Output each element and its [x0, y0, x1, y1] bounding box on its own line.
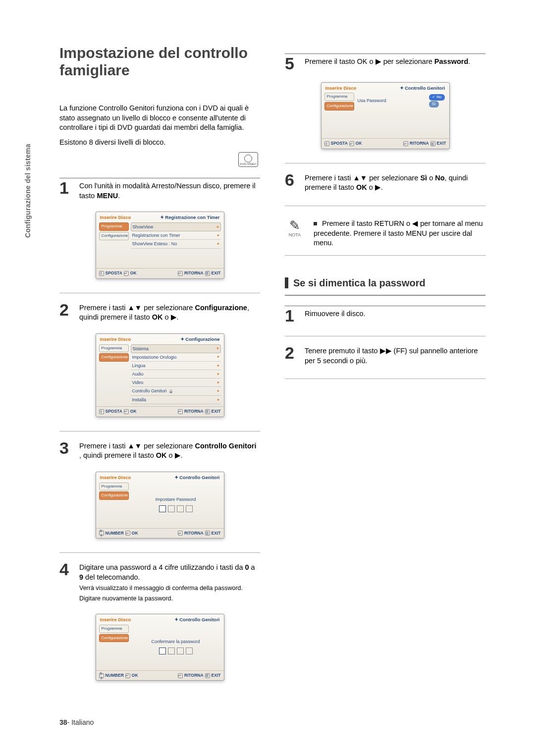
divider [59, 293, 260, 293]
page-title: Impostazione del controllo famigliare [59, 45, 260, 79]
divider [285, 206, 485, 206]
step-text: Premere i tasti ▲▼ per selezionare Contr… [79, 440, 260, 461]
step-text: Rimuovere il disco. [305, 308, 485, 324]
intro-paragraph-2: Esistono 8 diversi livelli di blocco. [59, 138, 260, 148]
dvd-video-logo-icon: DVD-VIDEO [238, 152, 258, 167]
step-2: 2 Premere i tasti ▲▼ per selezionare Con… [59, 302, 260, 323]
osd-tab-programma: Programma [324, 93, 354, 101]
osd-screenshot-usa-password: Inserire Disco✦ Controllo Genitori Progr… [321, 82, 450, 149]
step-number: 2 [59, 302, 72, 323]
osd-tab-programma: Programma [99, 344, 129, 353]
divider [285, 295, 485, 296]
osd-screenshot-password-confirm: Inserire Disco✦ Controllo Genitori Progr… [96, 614, 224, 681]
divider [59, 431, 260, 432]
divider [285, 336, 485, 336]
step-number: 5 [285, 56, 298, 71]
divider [59, 178, 260, 178]
divider [285, 255, 485, 256]
step-6: 6 Premere i tasti ▲▼ per selezionare Sì … [285, 172, 485, 193]
step-number: 3 [59, 440, 72, 461]
intro-paragraph-1: La funzione Controllo Genitori funziona … [59, 104, 260, 133]
step-text: Tenere premuto il tasto ▶▶ (FF) sul pann… [305, 345, 485, 366]
osd-tab-configurazione: Configurazione [99, 353, 129, 362]
subsection-heading: Se si dimentica la password [285, 276, 485, 290]
osd-screenshot-timer: Inserire Disco✦ Registrazione con Timer … [96, 212, 224, 278]
right-column: 5 Premere il tasto OK o ▶ per selezionar… [285, 45, 485, 726]
step-text: Digitare una password a 4 cifre utilizza… [79, 562, 260, 603]
osd-screenshot-config: Inserire Disco✦ Configurazione Programma… [96, 333, 224, 417]
step-number: 4 [59, 562, 72, 603]
osd-tab-configurazione: Configurazione [99, 232, 129, 240]
note-text: Premere il tasto RETURN o ◀ per tornare … [314, 219, 485, 248]
divider [285, 163, 485, 163]
forgot-step-1: 1 Rimuovere il disco. [285, 308, 485, 324]
divider [285, 378, 485, 379]
step-number: 1 [285, 308, 298, 324]
step-4: 4 Digitare una password a 4 cifre utiliz… [59, 562, 260, 603]
step-number: 6 [285, 172, 298, 193]
side-tab: Configurazione del sistema [24, 144, 32, 238]
step-text: Premere il tasto OK o ▶ per selezionare … [305, 56, 485, 71]
divider [285, 54, 485, 54]
divider [59, 552, 260, 553]
osd-tab-programma: Programma [99, 483, 129, 491]
step-number: 1 [59, 180, 72, 201]
left-column: Impostazione del controllo famigliare La… [59, 45, 260, 726]
step-5: 5 Premere il tasto OK o ▶ per selezionar… [285, 56, 485, 71]
step-3: 3 Premere i tasti ▲▼ per selezionare Con… [59, 440, 260, 461]
step-number: 2 [285, 345, 298, 366]
osd-tab-programma: Programma [99, 625, 129, 633]
osd-tab-configurazione: Configurazione [324, 102, 354, 110]
osd-tab-programma: Programma [99, 222, 129, 231]
step-text: Con l'unità in modalità Arresto/Nessun d… [79, 180, 260, 201]
divider [285, 306, 485, 306]
step-text: Premere i tasti ▲▼ per selezionare Confi… [79, 302, 260, 323]
step-text: Premere i tasti ▲▼ per selezionare Sì o … [305, 172, 485, 193]
forgot-step-2: 2 Tenere premuto il tasto ▶▶ (FF) sul pa… [285, 345, 485, 366]
osd-screenshot-password-set: Inserire Disco✦ Controllo Genitori Progr… [96, 472, 224, 539]
page-number: 38- Italiano [59, 718, 94, 726]
note-block: ✎ NOTA Premere il tasto RETURN o ◀ per t… [285, 215, 485, 248]
note-icon: ✎ NOTA [285, 219, 305, 248]
step-1: 1 Con l'unità in modalità Arresto/Nessun… [59, 180, 260, 201]
osd-tab-configurazione: Configurazione [99, 634, 129, 643]
osd-tab-configurazione: Configurazione [99, 491, 129, 500]
